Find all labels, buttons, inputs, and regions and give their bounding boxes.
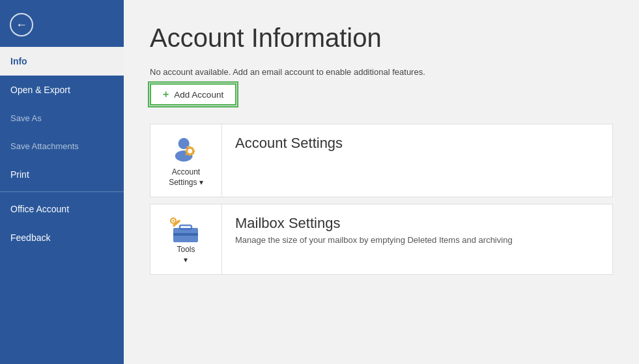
account-settings-icon-area[interactable]: AccountSettings ▾ <box>150 124 222 197</box>
sidebar: ← Info Open & Export Save As Save Attach… <box>0 0 124 364</box>
sidebar-item-save-attachments[interactable]: Save Attachments <box>0 132 124 160</box>
cards-section: AccountSettings ▾ Account Settings <box>150 124 613 275</box>
mailbox-settings-card: Tools▾ Mailbox Settings Manage the size … <box>150 204 613 275</box>
account-settings-content: Account Settings <box>222 124 612 165</box>
back-circle-icon: ← <box>10 13 33 36</box>
mailbox-settings-icon-area[interactable]: Tools▾ <box>150 204 222 274</box>
svg-rect-14 <box>173 233 198 236</box>
sidebar-item-print[interactable]: Print <box>0 160 124 189</box>
sidebar-item-save-as[interactable]: Save As <box>0 104 124 132</box>
tools-icon-label: Tools▾ <box>177 245 195 265</box>
svg-point-3 <box>188 149 192 154</box>
svg-rect-13 <box>180 225 192 229</box>
svg-point-17 <box>172 220 174 222</box>
svg-rect-6 <box>193 150 195 152</box>
tools-icon <box>169 216 203 245</box>
sidebar-divider <box>0 191 124 192</box>
account-settings-card: AccountSettings ▾ Account Settings <box>150 124 613 197</box>
account-settings-icon-label: AccountSettings ▾ <box>169 167 203 188</box>
back-button[interactable]: ← <box>5 5 38 44</box>
plus-icon: + <box>163 89 169 100</box>
account-settings-icon <box>169 136 203 163</box>
add-account-label: Add Account <box>174 90 223 100</box>
mailbox-settings-desc: Manage the size of your mailbox by empty… <box>235 235 599 245</box>
sidebar-item-open-export[interactable]: Open & Export <box>0 76 124 104</box>
svg-rect-7 <box>185 150 187 152</box>
sidebar-item-info[interactable]: Info <box>0 47 124 76</box>
svg-rect-4 <box>189 146 190 148</box>
mailbox-settings-content: Mailbox Settings Manage the size of your… <box>222 204 612 255</box>
add-account-button[interactable]: + Add Account <box>150 83 236 105</box>
sidebar-nav: Info Open & Export Save As Save Attachme… <box>0 47 124 364</box>
no-account-subtitle: No account available. Add an email accou… <box>150 67 613 77</box>
page-title: Account Information <box>150 23 613 53</box>
mailbox-settings-title: Mailbox Settings <box>235 215 599 232</box>
svg-rect-5 <box>189 154 190 156</box>
sidebar-item-feedback[interactable]: Feedback <box>0 223 124 252</box>
account-settings-title: Account Settings <box>235 135 599 152</box>
main-content: Account Information No account available… <box>124 0 639 364</box>
sidebar-item-office-account[interactable]: Office Account <box>0 195 124 223</box>
